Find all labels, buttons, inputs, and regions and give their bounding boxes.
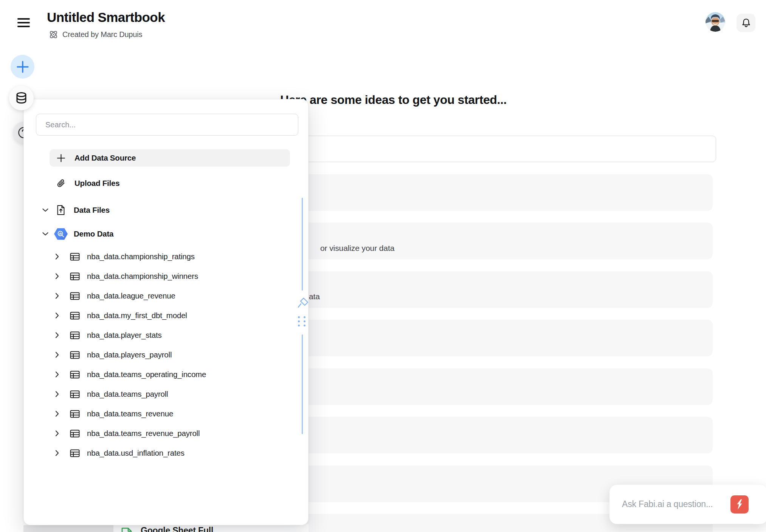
drag-handle-icon[interactable] [298,316,305,328]
idea-card[interactable] [287,223,713,259]
hamburger-menu-button[interactable] [17,18,30,27]
chevron-down-icon [42,208,49,212]
upload-files-button[interactable]: Upload Files [50,175,290,192]
chevron-right-icon [54,450,60,456]
chevron-right-icon [54,371,60,377]
page-title[interactable]: Untitled Smartbook [47,10,165,25]
app-root: Here are some ideas to get you started..… [0,0,766,532]
chevron-right-icon [54,352,60,358]
panel-scrollbar[interactable] [302,198,303,291]
table-row[interactable]: nba_data.players_payroll [50,345,290,365]
table-icon [70,292,80,300]
idea-card[interactable] [287,271,713,308]
table-row[interactable]: nba_data.championship_ratings [50,247,290,266]
section-demo-data[interactable]: Demo Data [39,225,290,243]
chevron-right-icon [54,254,60,260]
ask-fabi-bar[interactable]: Ask Fabi.ai a question... [609,485,766,524]
notifications-button[interactable] [737,14,755,32]
ask-send-button[interactable] [730,495,749,513]
table-name: nba_data.usd_inflation_rates [87,448,185,458]
created-by-label: Created by Marc Dupuis [62,30,142,39]
table-name: nba_data.teams_revenue_payroll [87,429,200,438]
idea-text-fragment: ata [309,292,320,301]
chevron-right-icon [54,312,60,319]
table-icon [70,449,80,457]
table-icon [70,430,80,438]
idea-card[interactable] [287,174,713,211]
avatar-photo [706,12,725,32]
table-row[interactable]: nba_data.teams_revenue_payroll [50,424,290,443]
chevron-right-icon [54,430,60,436]
table-name: nba_data.teams_payroll [87,390,168,399]
table-name: nba_data.my_first_dbt_model [87,311,187,320]
bottom-gray-strip [23,525,113,532]
table-row[interactable]: nba_data.teams_operating_income [50,365,290,384]
smartbook-atom-icon [48,29,59,40]
table-name: nba_data.teams_revenue [87,409,173,418]
ask-fabi-placeholder: Ask Fabi.ai a question... [622,499,713,509]
pin-icon [297,296,310,309]
bigquery-icon [53,228,68,240]
paperclip-icon [56,179,65,188]
database-icon [14,91,28,105]
plus-icon [16,60,29,73]
chevron-down-icon [42,232,49,236]
panel-scrollbar[interactable] [302,334,303,434]
table-icon [70,410,80,418]
table-name: nba_data.players_payroll [87,350,172,359]
table-icon [70,312,80,320]
chevron-right-icon [54,332,60,338]
google-sheet-label: Google Sheet Full [141,526,213,532]
google-sheet-item[interactable]: Google Sheet Full [121,526,213,532]
add-cell-button[interactable] [11,55,34,79]
table-name: nba_data.league_revenue [87,291,175,300]
table-name: nba_data.championship_winners [87,272,198,281]
table-row[interactable]: nba_data.championship_winners [50,266,290,286]
chevron-right-icon [54,293,60,299]
table-icon [70,371,80,379]
chevron-right-icon [54,273,60,279]
data-sources-button[interactable] [9,86,34,110]
idea-card[interactable] [287,368,713,405]
google-sheets-icon [121,527,132,532]
idea-card[interactable] [287,417,713,453]
search-input[interactable] [36,114,298,136]
chevron-right-icon [54,391,60,397]
user-avatar[interactable] [706,12,725,32]
table-icon [70,390,80,398]
idea-text-fragment: or visualize your data [320,244,394,253]
file-upload-icon [53,205,68,215]
bell-icon [741,18,751,28]
upload-files-label: Upload Files [74,179,119,188]
section-data-files[interactable]: Data Files [39,201,290,219]
question-input-card[interactable] [287,136,716,162]
section-data-files-label: Data Files [74,206,110,215]
data-source-panel: Add Data Source Upload Files [23,99,309,525]
table-icon [70,331,80,339]
lightning-icon [735,499,744,510]
table-name: nba_data.teams_operating_income [87,370,206,379]
table-row[interactable]: nba_data.teams_payroll [50,384,290,404]
idea-card[interactable] [287,320,713,356]
table-row[interactable]: nba_data.league_revenue [50,286,290,306]
table-row[interactable]: nba_data.player_stats [50,325,290,345]
add-data-source-button[interactable]: Add Data Source [50,149,290,167]
table-icon [70,272,80,280]
table-row[interactable]: nba_data.usd_inflation_rates [50,443,290,463]
section-demo-data-label: Demo Data [74,229,113,238]
created-by-row: Created by Marc Dupuis [48,29,142,40]
chevron-right-icon [54,411,60,417]
table-icon [70,253,80,261]
pin-panel-button[interactable] [297,296,310,309]
table-name: nba_data.championship_ratings [87,252,195,261]
add-data-source-label: Add Data Source [74,153,136,162]
table-name: nba_data.player_stats [87,331,162,340]
table-icon [70,351,80,359]
plus-icon [56,154,65,162]
table-row[interactable]: nba_data.my_first_dbt_model [50,306,290,325]
table-row[interactable]: nba_data.teams_revenue [50,404,290,424]
ideas-heading: Here are some ideas to get you started..… [280,93,507,107]
